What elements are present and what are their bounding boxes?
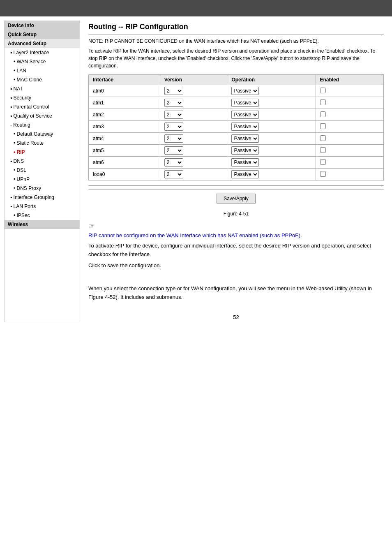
save-apply-button[interactable]: Save/Apply bbox=[217, 194, 256, 204]
sidebar-item-static-route[interactable]: • Static Route bbox=[5, 139, 80, 148]
cell-operation[interactable]: PassiveActiveBoth bbox=[227, 85, 316, 97]
sidebar-item-advanced-setup[interactable]: Advanced Setup bbox=[5, 39, 80, 48]
cell-version[interactable]: 121&2 bbox=[160, 133, 227, 145]
table-row: atm4121&2PassiveActiveBoth bbox=[89, 133, 384, 145]
title-divider bbox=[88, 35, 384, 35]
description-text: To activate RIP for the WAN interface, s… bbox=[88, 47, 384, 69]
cell-version[interactable]: 121&2 bbox=[160, 121, 227, 133]
sidebar-item-dsl[interactable]: • DSL bbox=[5, 166, 80, 175]
enabled-checkbox[interactable] bbox=[320, 159, 326, 165]
sidebar-item-interface-grouping[interactable]: ▪ Interface Grouping bbox=[5, 193, 80, 202]
sidebar-item-security[interactable]: ▪ Security bbox=[5, 93, 80, 102]
enabled-checkbox[interactable] bbox=[320, 88, 326, 93]
version-select[interactable]: 121&2 bbox=[164, 134, 183, 143]
enabled-checkbox[interactable] bbox=[320, 171, 326, 177]
sidebar-item-wan-service[interactable]: • WAN Service bbox=[5, 57, 80, 66]
version-select[interactable]: 121&2 bbox=[164, 99, 183, 107]
cell-enabled[interactable] bbox=[316, 157, 383, 169]
version-select[interactable]: 121&2 bbox=[164, 158, 183, 166]
cell-enabled[interactable] bbox=[316, 85, 383, 97]
cell-enabled[interactable] bbox=[316, 121, 383, 133]
enabled-checkbox[interactable] bbox=[320, 147, 326, 153]
cell-operation[interactable]: PassiveActiveBoth bbox=[227, 145, 316, 157]
table-row: atm1121&2PassiveActiveBoth bbox=[89, 97, 384, 109]
table-row: atm0121&2PassiveActiveBoth bbox=[89, 85, 384, 97]
sidebar-item-mac-clone[interactable]: • MAC Clone bbox=[5, 75, 80, 84]
sidebar-item-ipsec[interactable]: • IPSec bbox=[5, 211, 80, 220]
sidebar-item-dns[interactable]: ▪ DNS bbox=[5, 157, 80, 166]
body-para1: To activate RIP for the device, configur… bbox=[88, 242, 384, 259]
cell-version[interactable]: 121&2 bbox=[160, 157, 227, 169]
sidebar-item-quick-setup[interactable]: Quick Setup bbox=[5, 30, 80, 39]
cell-version[interactable]: 121&2 bbox=[160, 97, 227, 109]
cell-operation[interactable]: PassiveActiveBoth bbox=[227, 97, 316, 109]
cell-enabled[interactable] bbox=[316, 145, 383, 157]
cell-operation[interactable]: PassiveActiveBoth bbox=[227, 169, 316, 180]
sidebar: Device Info Quick Setup Advanced Setup ▪… bbox=[4, 21, 80, 322]
operation-select[interactable]: PassiveActiveBoth bbox=[231, 99, 259, 107]
cell-version[interactable]: 121&2 bbox=[160, 109, 227, 121]
body-para2: Click to save the configuration. bbox=[88, 261, 384, 270]
sidebar-item-parental-control[interactable]: ▪ Parental Control bbox=[5, 102, 80, 111]
table-bottom-divider bbox=[88, 185, 384, 186]
cell-operation[interactable]: PassiveActiveBoth bbox=[227, 133, 316, 145]
figure-caption: Figure 4-51 bbox=[88, 211, 384, 217]
cell-interface: atm0 bbox=[89, 85, 160, 97]
sidebar-item-lan[interactable]: • LAN bbox=[5, 66, 80, 75]
cell-operation[interactable]: PassiveActiveBoth bbox=[227, 157, 316, 169]
cell-enabled[interactable] bbox=[316, 97, 383, 109]
operation-select[interactable]: PassiveActiveBoth bbox=[231, 146, 259, 155]
table-row: atm5121&2PassiveActiveBoth bbox=[89, 145, 384, 157]
version-select[interactable]: 121&2 bbox=[164, 87, 183, 95]
enabled-checkbox[interactable] bbox=[320, 99, 326, 105]
operation-select[interactable]: PassiveActiveBoth bbox=[231, 170, 259, 178]
top-bar bbox=[0, 0, 392, 16]
cell-operation[interactable]: PassiveActiveBoth bbox=[227, 109, 316, 121]
sidebar-item-layer2-interface[interactable]: ▪ Layer2 Interface bbox=[5, 48, 80, 57]
cell-enabled[interactable] bbox=[316, 109, 383, 121]
main-content: Routing -- RIP Configuration NOTE: RIP C… bbox=[84, 21, 388, 322]
cell-interface: atm5 bbox=[89, 145, 160, 157]
cell-interface: atm2 bbox=[89, 109, 160, 121]
operation-select[interactable]: PassiveActiveBoth bbox=[231, 158, 259, 166]
sidebar-item-dns-proxy[interactable]: • DNS Proxy bbox=[5, 184, 80, 193]
cell-version[interactable]: 121&2 bbox=[160, 85, 227, 97]
operation-select[interactable]: PassiveActiveBoth bbox=[231, 87, 259, 95]
rip-table: Interface Version Operation Enabled atm0… bbox=[88, 74, 384, 180]
sidebar-item-default-gateway[interactable]: • Default Gateway bbox=[5, 130, 80, 139]
page-number: 52 bbox=[88, 314, 384, 320]
cell-interface: atm4 bbox=[89, 133, 160, 145]
operation-select[interactable]: PassiveActiveBoth bbox=[231, 111, 259, 119]
version-select[interactable]: 121&2 bbox=[164, 111, 183, 119]
table-row: atm3121&2PassiveActiveBoth bbox=[89, 121, 384, 133]
bottom-para: When you select the connection type or f… bbox=[88, 284, 384, 302]
operation-select[interactable]: PassiveActiveBoth bbox=[231, 134, 259, 143]
col-interface: Interface bbox=[89, 75, 160, 85]
cell-enabled[interactable] bbox=[316, 133, 383, 145]
operation-select[interactable]: PassiveActiveBoth bbox=[231, 123, 259, 131]
note-icon: ☞ bbox=[88, 222, 384, 231]
version-select[interactable]: 121&2 bbox=[164, 146, 183, 155]
sidebar-item-device-info[interactable]: Device Info bbox=[5, 21, 80, 30]
enabled-checkbox[interactable] bbox=[320, 111, 326, 117]
cell-operation[interactable]: PassiveActiveBoth bbox=[227, 121, 316, 133]
version-select[interactable]: 121&2 bbox=[164, 170, 183, 178]
cell-version[interactable]: 121&2 bbox=[160, 145, 227, 157]
cell-enabled[interactable] bbox=[316, 169, 383, 180]
cell-version[interactable]: 121&2 bbox=[160, 169, 227, 180]
enabled-checkbox[interactable] bbox=[320, 123, 326, 129]
version-select[interactable]: 121&2 bbox=[164, 123, 183, 131]
table-row: atm6121&2PassiveActiveBoth bbox=[89, 157, 384, 169]
sidebar-item-upnp[interactable]: • UPnP bbox=[5, 175, 80, 184]
sidebar-item-qos[interactable]: ▪ Quality of Service bbox=[5, 111, 80, 120]
highlight-text: RIP cannot be configured on the WAN Inte… bbox=[88, 232, 384, 238]
sidebar-item-routing[interactable]: - Routing bbox=[5, 120, 80, 130]
page-title: Routing -- RIP Configuration bbox=[88, 23, 384, 31]
enabled-checkbox[interactable] bbox=[320, 135, 326, 141]
col-version: Version bbox=[160, 75, 227, 85]
sidebar-item-wireless[interactable]: Wireless bbox=[5, 220, 80, 229]
sidebar-item-rip[interactable]: • RIP bbox=[5, 148, 80, 157]
table-row: looa0121&2PassiveActiveBoth bbox=[89, 169, 384, 180]
sidebar-item-nat[interactable]: ▪ NAT bbox=[5, 84, 80, 93]
sidebar-item-lan-ports[interactable]: ▪ LAN Ports bbox=[5, 202, 80, 211]
